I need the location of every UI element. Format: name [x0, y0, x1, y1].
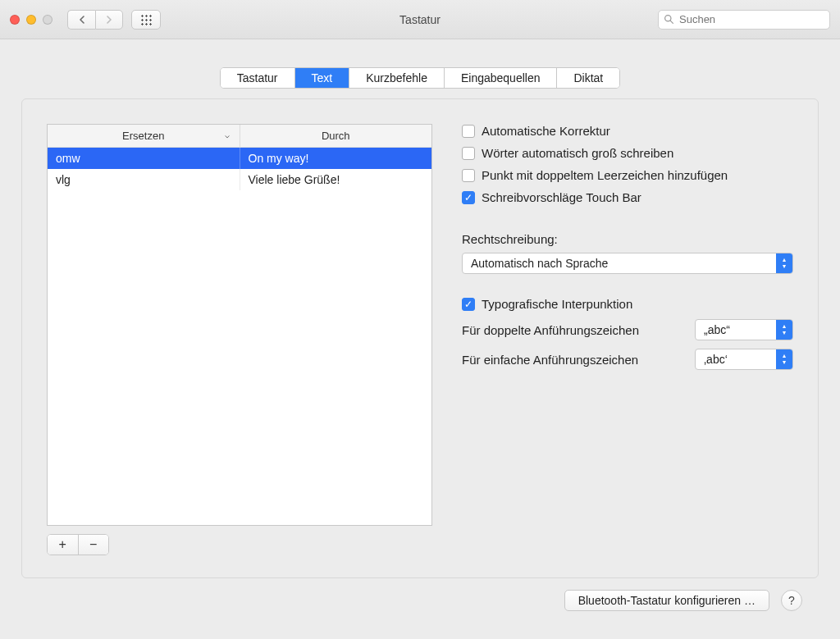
- tab-text[interactable]: Text: [295, 68, 350, 88]
- col-with-label: Durch: [322, 130, 350, 142]
- add-button[interactable]: +: [48, 535, 79, 555]
- text-pane: Ersetzen ⌵ Durch omw On my way!: [21, 98, 819, 578]
- option-label: Typografische Interpunktion: [482, 297, 632, 311]
- cell-with: On my way!: [240, 148, 432, 169]
- stepper-icon: [776, 349, 792, 369]
- titlebar: Tastatur: [0, 0, 840, 39]
- double-quotes-value: „abc“: [704, 323, 730, 336]
- chevron-right-icon: [105, 16, 113, 24]
- nav-group: [67, 10, 123, 30]
- single-quotes-select[interactable]: ‚abc‘: [695, 349, 793, 370]
- search-field[interactable]: [658, 10, 830, 30]
- col-replace[interactable]: Ersetzen ⌵: [48, 125, 240, 147]
- double-quotes-select[interactable]: „abc“: [695, 319, 793, 340]
- checkbox[interactable]: [462, 298, 475, 311]
- spelling-select[interactable]: Automatisch nach Sprache: [462, 253, 793, 274]
- tab-kurzbefehle[interactable]: Kurzbefehle: [349, 68, 445, 88]
- option-auto-capitalize[interactable]: Wörter automatisch groß schreiben: [462, 146, 793, 160]
- table-header: Ersetzen ⌵ Durch: [48, 125, 431, 148]
- search-icon: [664, 14, 674, 25]
- bluetooth-keyboard-button[interactable]: Bluetooth-Tastatur konfigurieren …: [564, 590, 769, 611]
- content-area: Tastatur Text Kurzbefehle Eingabequellen…: [0, 39, 840, 639]
- checkbox[interactable]: [462, 169, 475, 182]
- option-smart-quotes[interactable]: Typografische Interpunktion: [462, 297, 793, 311]
- tab-bar: Tastatur Text Kurzbefehle Eingabequellen…: [220, 67, 621, 89]
- tab-diktat[interactable]: Diktat: [557, 68, 619, 88]
- double-quotes-label: Für doppelte Anführungszeichen: [462, 323, 685, 337]
- forward-button[interactable]: [95, 10, 123, 30]
- cell-with: Viele liebe Grüße!: [240, 169, 432, 190]
- checkbox[interactable]: [462, 125, 475, 138]
- tab-tastatur[interactable]: Tastatur: [221, 68, 295, 88]
- search-input[interactable]: [679, 13, 824, 25]
- options-column: Automatische Korrektur Wörter automatisc…: [462, 124, 793, 563]
- option-auto-correct[interactable]: Automatische Korrektur: [462, 124, 793, 138]
- checkbox[interactable]: [462, 191, 475, 204]
- spelling-label: Rechtschreibung:: [462, 232, 793, 246]
- sort-indicator-icon: ⌵: [225, 130, 230, 139]
- show-all-button[interactable]: [131, 10, 161, 30]
- single-quotes-label: Für einfache Anführungszeichen: [462, 353, 685, 367]
- option-label: Schreibvorschläge Touch Bar: [482, 190, 641, 204]
- col-with[interactable]: Durch: [240, 125, 432, 147]
- col-replace-label: Ersetzen: [122, 130, 164, 142]
- option-touchbar-suggestions[interactable]: Schreibvorschläge Touch Bar: [462, 190, 793, 204]
- replacements-table[interactable]: Ersetzen ⌵ Durch omw On my way!: [47, 124, 432, 526]
- grid-icon: [140, 14, 152, 25]
- option-label: Wörter automatisch groß schreiben: [482, 146, 673, 160]
- footer: Bluetooth-Tastatur konfigurieren … ?: [21, 578, 819, 623]
- single-quotes-value: ‚abc‘: [704, 353, 728, 366]
- cell-replace: omw: [48, 148, 240, 169]
- single-quotes-row: Für einfache Anführungszeichen ‚abc‘: [462, 349, 793, 370]
- window-controls: [10, 15, 52, 25]
- table-row[interactable]: omw On my way!: [48, 148, 431, 169]
- double-quotes-row: Für doppelte Anführungszeichen „abc“: [462, 319, 793, 340]
- option-double-space-period[interactable]: Punkt mit doppeltem Leerzeichen hinzufüg…: [462, 168, 793, 182]
- stepper-icon: [776, 253, 792, 273]
- cell-replace: vlg: [48, 169, 240, 190]
- spelling-value: Automatisch nach Sprache: [471, 257, 608, 270]
- stepper-icon: [776, 320, 792, 340]
- minimize-window-button[interactable]: [26, 15, 36, 25]
- checkbox[interactable]: [462, 147, 475, 160]
- chevron-left-icon: [78, 16, 86, 24]
- option-label: Punkt mit doppeltem Leerzeichen hinzufüg…: [482, 168, 728, 182]
- add-remove-group: + −: [47, 534, 109, 555]
- table-body: omw On my way! vlg Viele liebe Grüße!: [48, 148, 431, 525]
- help-button[interactable]: ?: [781, 590, 802, 611]
- close-window-button[interactable]: [10, 15, 20, 25]
- tab-eingabequellen[interactable]: Eingabequellen: [445, 68, 558, 88]
- replacements-wrap: Ersetzen ⌵ Durch omw On my way!: [47, 124, 432, 563]
- table-row[interactable]: vlg Viele liebe Grüße!: [48, 169, 431, 190]
- option-label: Automatische Korrektur: [482, 124, 610, 138]
- remove-button[interactable]: −: [79, 535, 109, 555]
- zoom-window-button[interactable]: [43, 15, 52, 25]
- back-button[interactable]: [67, 10, 95, 30]
- svg-line-1: [670, 21, 673, 23]
